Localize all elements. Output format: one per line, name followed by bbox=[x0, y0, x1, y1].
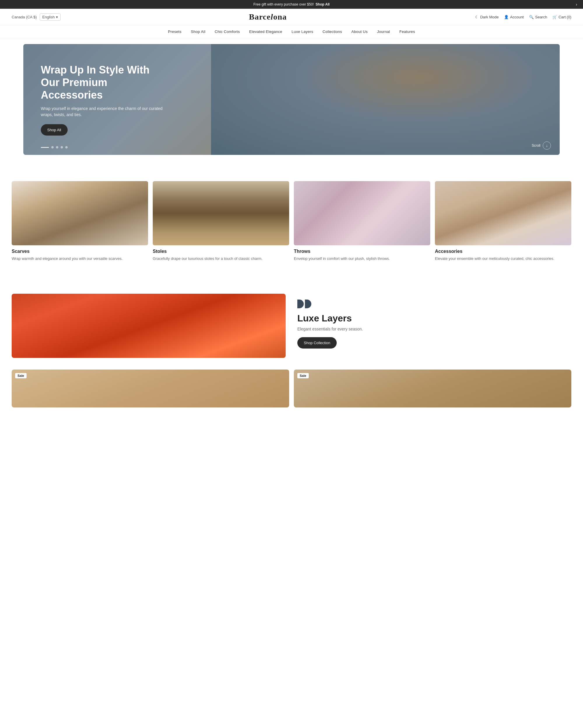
d-shape-right bbox=[305, 300, 311, 308]
product-image-1 bbox=[12, 369, 289, 408]
category-image-stoles bbox=[153, 181, 289, 245]
product-card-1[interactable]: Sale bbox=[12, 369, 289, 408]
stoles-description: Gracefully drape our luxurious stoles fo… bbox=[153, 256, 289, 262]
cart-icon: 🛒 bbox=[552, 15, 557, 19]
language-selector[interactable]: English ▾ bbox=[40, 14, 61, 21]
category-card-scarves[interactable]: Scarves Wrap warmth and elegance around … bbox=[12, 181, 148, 262]
account-label: Account bbox=[510, 15, 524, 19]
search-link[interactable]: 🔍 Search bbox=[529, 15, 547, 19]
cart-link[interactable]: 🛒 Cart (0) bbox=[552, 15, 571, 19]
site-logo[interactable]: Barcelona bbox=[249, 12, 287, 22]
luxe-image-container bbox=[12, 294, 286, 358]
luxe-brand-icon bbox=[297, 300, 571, 308]
throws-description: Envelop yourself in comfort with our plu… bbox=[294, 256, 430, 262]
d-shape-left bbox=[297, 300, 304, 308]
accessories-title: Accessories bbox=[435, 249, 571, 254]
account-link[interactable]: 👤 Account bbox=[504, 15, 524, 19]
stoles-image-placeholder bbox=[153, 181, 289, 245]
luxe-content: Luxe Layers Elegant essentials for every… bbox=[297, 294, 571, 348]
category-card-stoles[interactable]: Stoles Gracefully drape our luxurious st… bbox=[153, 181, 289, 262]
category-image-accessories bbox=[435, 181, 571, 245]
hero-scroll[interactable]: Scroll ↓ bbox=[532, 141, 551, 150]
scroll-down-icon: ↓ bbox=[543, 141, 551, 150]
top-bar-left: Canada (CA $) English ▾ bbox=[12, 14, 61, 21]
top-bar: Canada (CA $) English ▾ Barcelona ☾ Dark… bbox=[0, 9, 583, 25]
chevron-right-icon: › bbox=[576, 2, 577, 7]
nav-item-features[interactable]: Features bbox=[399, 29, 415, 34]
main-nav: Presets Shop All Chic Comforts Elevated … bbox=[0, 25, 583, 38]
accessories-description: Elevate your ensemble with our meticulou… bbox=[435, 256, 571, 262]
category-image-throws bbox=[294, 181, 430, 245]
hero-section: Wrap Up In Style With Our Premium Access… bbox=[23, 44, 560, 155]
nav-item-presets[interactable]: Presets bbox=[168, 29, 181, 34]
nav-item-shop-all[interactable]: Shop All bbox=[191, 29, 205, 34]
throws-title: Throws bbox=[294, 249, 430, 254]
product-row: Sale Sale bbox=[0, 369, 583, 419]
nav-item-luxe-layers[interactable]: Luxe Layers bbox=[292, 29, 313, 34]
hero-description: Wrap yourself in elegance and experience… bbox=[41, 105, 163, 118]
moon-icon: ☾ bbox=[475, 15, 479, 19]
luxe-image bbox=[12, 294, 286, 358]
nav-item-chic-comforts[interactable]: Chic Comforts bbox=[215, 29, 240, 34]
category-card-throws[interactable]: Throws Envelop yourself in comfort with … bbox=[294, 181, 430, 262]
announcement-link[interactable]: Shop All bbox=[316, 2, 330, 6]
category-grid: Scarves Wrap warmth and elegance around … bbox=[12, 181, 571, 262]
hero-cta-button[interactable]: Shop All bbox=[41, 124, 67, 135]
throws-image-placeholder bbox=[294, 181, 430, 245]
hero-title: Wrap Up In Style With Our Premium Access… bbox=[41, 63, 163, 102]
hero-dot-2 bbox=[51, 146, 54, 149]
hero-indicators bbox=[41, 146, 67, 149]
scarves-image-placeholder bbox=[12, 181, 148, 245]
hero-dot-1 bbox=[41, 147, 49, 148]
region-label: Canada (CA $) bbox=[12, 15, 37, 19]
account-icon: 👤 bbox=[504, 15, 509, 19]
product-card-2[interactable]: Sale bbox=[294, 369, 571, 408]
category-image-scarves bbox=[12, 181, 148, 245]
hero-dot-5 bbox=[65, 146, 67, 149]
dark-mode-label: Dark Mode bbox=[480, 15, 499, 19]
chevron-down-icon: ▾ bbox=[56, 15, 58, 19]
stoles-title: Stoles bbox=[153, 249, 289, 254]
dark-mode-toggle[interactable]: ☾ Dark Mode bbox=[475, 15, 499, 19]
cart-label: Cart (0) bbox=[558, 15, 571, 19]
product-image-2 bbox=[294, 369, 571, 408]
nav-item-about-us[interactable]: About Us bbox=[351, 29, 368, 34]
sale-badge-2: Sale bbox=[297, 373, 309, 378]
scarves-title: Scarves bbox=[12, 249, 148, 254]
hero-content: Wrap Up In Style With Our Premium Access… bbox=[41, 63, 163, 136]
hero-dot-4 bbox=[61, 146, 63, 149]
announcement-bar: Free gift with every purchase over $50! … bbox=[0, 0, 583, 9]
category-section: Scarves Wrap warmth and elegance around … bbox=[0, 170, 583, 273]
nav-item-collections[interactable]: Collections bbox=[323, 29, 342, 34]
luxe-description: Elegant essentials for every season. bbox=[297, 327, 571, 331]
luxe-cta-button[interactable]: Shop Collection bbox=[297, 337, 337, 348]
search-icon: 🔍 bbox=[529, 15, 534, 19]
hero-dot-3 bbox=[56, 146, 58, 149]
sale-badge-1: Sale bbox=[15, 373, 27, 378]
announcement-text: Free gift with every purchase over $50! bbox=[253, 2, 314, 6]
accessories-image-placeholder bbox=[435, 181, 571, 245]
top-bar-right: ☾ Dark Mode 👤 Account 🔍 Search 🛒 Cart (0… bbox=[475, 15, 571, 19]
scarves-description: Wrap warmth and elegance around you with… bbox=[12, 256, 148, 262]
luxe-layers-section: Luxe Layers Elegant essentials for every… bbox=[0, 282, 583, 369]
scroll-label: Scroll bbox=[532, 144, 540, 148]
language-label: English bbox=[42, 15, 55, 19]
nav-item-elevated-elegance[interactable]: Elevated Elegance bbox=[249, 29, 282, 34]
category-card-accessories[interactable]: Accessories Elevate your ensemble with o… bbox=[435, 181, 571, 262]
nav-item-journal[interactable]: Journal bbox=[377, 29, 390, 34]
luxe-title: Luxe Layers bbox=[297, 313, 571, 324]
search-label: Search bbox=[535, 15, 547, 19]
